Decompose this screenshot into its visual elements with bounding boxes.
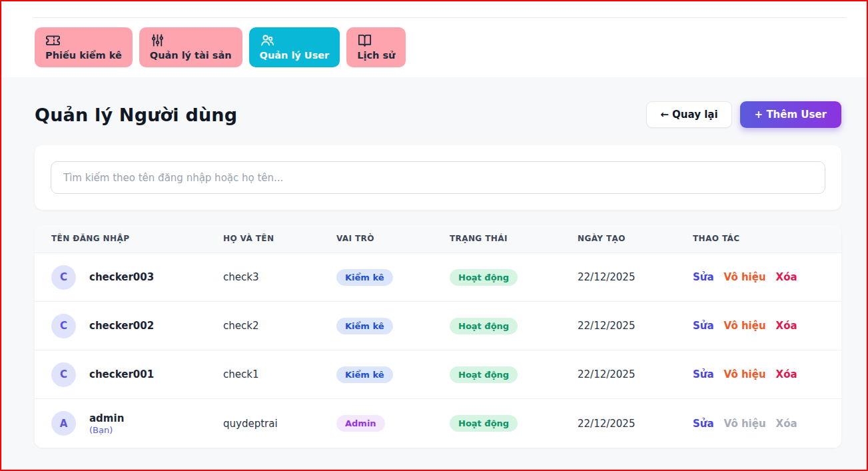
table-row: A admin (Bạn) quydeptrai Admin Hoạt động… bbox=[35, 399, 841, 448]
username: checker001 bbox=[89, 368, 154, 380]
col-header-fullname: Họ và tên bbox=[223, 234, 336, 243]
action-edit[interactable]: Sửa bbox=[693, 320, 714, 332]
action-edit[interactable]: Sửa bbox=[693, 271, 714, 283]
tab-label: Quản lý tài sản bbox=[150, 50, 232, 61]
action-cell: SửaVô hiệuXóa bbox=[693, 368, 825, 380]
action-edit[interactable]: Sửa bbox=[693, 418, 714, 430]
tab-label: Phiếu kiểm kê bbox=[45, 50, 122, 61]
ticket-icon bbox=[45, 33, 61, 48]
status-badge: Hoạt động bbox=[450, 269, 518, 286]
role-badge: Kiểm kê bbox=[336, 366, 393, 383]
avatar: C bbox=[51, 362, 76, 387]
action-disable[interactable]: Vô hiệu bbox=[724, 320, 766, 332]
role-badge: Kiểm kê bbox=[336, 269, 393, 286]
action-cell: SửaVô hiệuXóa bbox=[693, 271, 825, 283]
action-disable: Vô hiệu bbox=[724, 418, 766, 430]
table-row: C checker003 check3 Kiểm kê Hoạt động 22… bbox=[35, 253, 841, 302]
col-header-actions: Thao tác bbox=[693, 234, 825, 243]
book-icon bbox=[357, 33, 372, 48]
avatar: A bbox=[51, 411, 76, 436]
back-button[interactable]: ← Quay lại bbox=[646, 101, 731, 128]
role-badge: Kiểm kê bbox=[336, 318, 393, 334]
app-window: Phiếu kiểm kêQuản lý tài sảnQuản lý User… bbox=[0, 0, 868, 471]
table-row: C checker001 check1 Kiểm kê Hoạt động 22… bbox=[35, 350, 841, 399]
col-header-status: Trạng thái bbox=[450, 234, 578, 243]
action-delete: Xóa bbox=[776, 418, 797, 430]
table-body: C checker003 check3 Kiểm kê Hoạt động 22… bbox=[35, 253, 841, 448]
fullname: check3 bbox=[223, 271, 336, 283]
fullname: quydeptrai bbox=[223, 418, 336, 430]
table-row: C checker002 check2 Kiểm kê Hoạt động 22… bbox=[35, 302, 841, 350]
table-header-row: Tên đăng nhập Họ và tên Vai trò Trạng th… bbox=[35, 225, 841, 253]
action-cell: SửaVô hiệuXóa bbox=[693, 418, 825, 430]
action-delete[interactable]: Xóa bbox=[776, 368, 797, 380]
page-title: Quản lý Người dùng bbox=[35, 105, 237, 125]
user-table: Tên đăng nhập Họ và tên Vai trò Trạng th… bbox=[35, 225, 841, 448]
created-date: 22/12/2025 bbox=[578, 320, 693, 332]
main-content: Quản lý Người dùng ← Quay lại + Thêm Use… bbox=[1, 77, 867, 470]
tab-label: Lịch sử bbox=[357, 50, 395, 61]
username: checker003 bbox=[89, 271, 154, 283]
username: checker002 bbox=[89, 320, 154, 332]
status-badge: Hoạt động bbox=[450, 318, 518, 334]
tab-sliders[interactable]: Quản lý tài sản bbox=[139, 27, 242, 67]
created-date: 22/12/2025 bbox=[578, 418, 693, 430]
fullname: check2 bbox=[223, 320, 336, 332]
fullname: check1 bbox=[223, 368, 336, 380]
action-cell: SửaVô hiệuXóa bbox=[693, 320, 825, 332]
col-header-role: Vai trò bbox=[336, 234, 450, 243]
username: admin bbox=[89, 412, 124, 424]
action-disable[interactable]: Vô hiệu bbox=[724, 271, 766, 283]
search-card bbox=[35, 145, 841, 210]
action-disable[interactable]: Vô hiệu bbox=[724, 368, 766, 380]
col-header-username: Tên đăng nhập bbox=[51, 234, 223, 243]
sliders-icon bbox=[150, 33, 165, 48]
status-badge: Hoạt động bbox=[450, 415, 518, 432]
col-header-created: Ngày tạo bbox=[578, 234, 693, 243]
avatar: C bbox=[51, 314, 76, 338]
module-tab-row: Phiếu kiểm kêQuản lý tài sảnQuản lý User… bbox=[1, 18, 867, 67]
tab-ticket[interactable]: Phiếu kiểm kê bbox=[35, 27, 133, 67]
top-nav-bar: Phiếu kiểm kêQuản lý tài sảnQuản lý User… bbox=[1, 1, 867, 77]
avatar: C bbox=[51, 265, 76, 290]
status-badge: Hoạt động bbox=[450, 366, 518, 383]
you-tag: (Bạn) bbox=[89, 425, 124, 435]
add-user-button[interactable]: + Thêm User bbox=[740, 101, 841, 128]
header-actions: ← Quay lại + Thêm User bbox=[646, 101, 841, 128]
action-edit[interactable]: Sửa bbox=[693, 368, 714, 380]
action-delete[interactable]: Xóa bbox=[776, 320, 797, 332]
page-header: Quản lý Người dùng ← Quay lại + Thêm Use… bbox=[35, 101, 841, 128]
search-input[interactable] bbox=[51, 161, 825, 194]
tab-book[interactable]: Lịch sử bbox=[346, 27, 406, 67]
role-badge: Admin bbox=[336, 415, 385, 432]
created-date: 22/12/2025 bbox=[578, 271, 693, 283]
tab-label: Quản lý User bbox=[260, 50, 330, 61]
users-icon bbox=[260, 33, 275, 48]
created-date: 22/12/2025 bbox=[578, 368, 693, 380]
action-delete[interactable]: Xóa bbox=[776, 271, 797, 283]
tab-users[interactable]: Quản lý User bbox=[249, 27, 340, 67]
